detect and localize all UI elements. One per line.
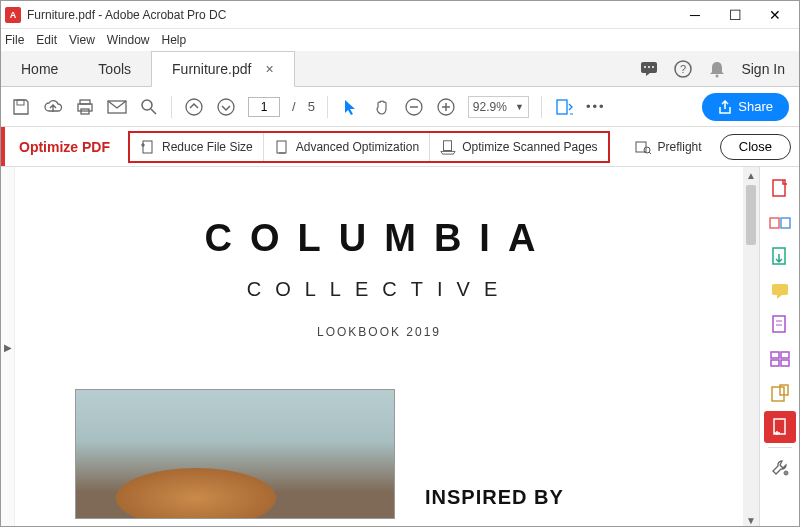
share-button[interactable]: Share (702, 93, 789, 121)
preflight-button[interactable]: Preflight (624, 139, 712, 155)
close-window-button[interactable]: ✕ (755, 1, 795, 29)
toolbar-separator (171, 96, 172, 118)
menu-file[interactable]: File (5, 33, 24, 47)
combine-icon[interactable] (764, 207, 796, 239)
menu-window[interactable]: Window (107, 33, 150, 47)
page-number-input[interactable] (248, 97, 280, 117)
svg-rect-33 (772, 284, 788, 295)
accent-stripe (1, 127, 5, 166)
preflight-label: Preflight (658, 140, 702, 154)
content-area: ▶ COLUMBIA COLLECTIVE LOOKBOOK 2019 INSP… (1, 167, 799, 527)
menu-bar: File Edit View Window Help (1, 29, 799, 51)
fit-width-icon[interactable] (554, 97, 574, 117)
help-icon[interactable]: ? (673, 59, 693, 79)
left-rail-expand[interactable]: ▶ (1, 167, 15, 527)
rail-separator (768, 447, 792, 448)
svg-point-15 (218, 99, 234, 115)
tab-home[interactable]: Home (1, 51, 78, 86)
svg-rect-22 (143, 141, 152, 153)
save-icon[interactable] (11, 97, 31, 117)
toolbar-separator (327, 96, 328, 118)
optimize-pdf-icon[interactable] (764, 411, 796, 443)
svg-rect-30 (770, 218, 779, 228)
preflight-icon (634, 139, 652, 155)
svg-rect-21 (557, 100, 567, 114)
chat-icon[interactable] (639, 59, 659, 79)
more-icon[interactable]: ••• (586, 97, 606, 117)
reduce-label: Reduce File Size (162, 140, 253, 154)
svg-rect-34 (773, 316, 785, 332)
zoom-out-icon[interactable] (404, 97, 424, 117)
share-icon (718, 100, 732, 114)
organize-icon[interactable] (764, 309, 796, 341)
svg-line-13 (151, 109, 156, 114)
main-toolbar: / 5 92.9%▼ ••• Share (1, 87, 799, 127)
hand-icon[interactable] (372, 97, 392, 117)
search-icon[interactable] (139, 97, 159, 117)
svg-text:?: ? (680, 63, 686, 75)
svg-point-3 (652, 66, 654, 68)
maximize-button[interactable]: ☐ (715, 1, 755, 29)
svg-line-28 (649, 152, 651, 154)
svg-rect-41 (772, 387, 784, 401)
zoom-value: 92.9% (473, 100, 507, 114)
svg-rect-31 (781, 218, 790, 228)
toolbar-separator (541, 96, 542, 118)
right-tool-rail (759, 167, 799, 527)
tab-document[interactable]: Furniture.pdf × (151, 51, 295, 87)
bell-icon[interactable] (707, 59, 727, 79)
document-view[interactable]: COLUMBIA COLLECTIVE LOOKBOOK 2019 INSPIR… (15, 167, 743, 527)
menu-view[interactable]: View (69, 33, 95, 47)
page-separator: / (292, 99, 296, 114)
menu-edit[interactable]: Edit (36, 33, 57, 47)
vertical-scrollbar[interactable]: ▲ ▼ (743, 167, 759, 527)
menu-help[interactable]: Help (162, 33, 187, 47)
svg-point-2 (648, 66, 650, 68)
svg-rect-37 (771, 352, 779, 358)
close-panel-button[interactable]: Close (720, 134, 791, 160)
page-total: 5 (308, 99, 315, 114)
redact-icon[interactable] (764, 343, 796, 375)
create-pdf-icon[interactable] (764, 173, 796, 205)
page-up-icon[interactable] (184, 97, 204, 117)
svg-point-6 (716, 74, 719, 77)
scanned-label: Optimize Scanned Pages (462, 140, 597, 154)
sign-in-button[interactable]: Sign In (741, 61, 785, 77)
svg-point-12 (142, 100, 152, 110)
zoom-in-icon[interactable] (436, 97, 456, 117)
svg-rect-9 (78, 104, 92, 111)
minimize-button[interactable]: ─ (675, 1, 715, 29)
doc-subtitle: LOOKBOOK 2019 (75, 325, 683, 339)
svg-rect-40 (781, 360, 789, 366)
optimize-button-group: Reduce File Size Advanced Optimization O… (128, 131, 610, 163)
tab-tools[interactable]: Tools (78, 51, 151, 86)
window-titlebar: A Furniture.pdf - Adobe Acrobat Pro DC ─… (1, 1, 799, 29)
more-tools-icon[interactable] (764, 452, 796, 484)
print-icon[interactable] (75, 97, 95, 117)
doc-image (75, 389, 395, 519)
optimize-title: Optimize PDF (9, 139, 124, 155)
optimize-scanned-button[interactable]: Optimize Scanned Pages (430, 133, 607, 161)
svg-point-1 (644, 66, 646, 68)
doc-inspired-text: INSPIRED BY (425, 486, 564, 509)
cloud-icon[interactable] (43, 97, 63, 117)
reduce-file-icon (140, 139, 156, 155)
scroll-down-icon[interactable]: ▼ (743, 512, 759, 527)
tab-close-icon[interactable]: × (265, 61, 273, 77)
zoom-select[interactable]: 92.9%▼ (468, 96, 529, 118)
advanced-optimization-button[interactable]: Advanced Optimization (264, 133, 430, 161)
share-label: Share (738, 99, 773, 114)
mail-icon[interactable] (107, 97, 127, 117)
scroll-thumb[interactable] (746, 185, 756, 245)
export-pdf-icon[interactable] (764, 241, 796, 273)
svg-rect-43 (774, 419, 785, 434)
comment-icon[interactable] (764, 275, 796, 307)
reduce-file-size-button[interactable]: Reduce File Size (130, 133, 264, 161)
pointer-icon[interactable] (340, 97, 360, 117)
scroll-up-icon[interactable]: ▲ (743, 167, 759, 183)
page-down-icon[interactable] (216, 97, 236, 117)
svg-rect-38 (781, 352, 789, 358)
svg-point-14 (186, 99, 202, 115)
advanced-label: Advanced Optimization (296, 140, 419, 154)
protect-icon[interactable] (764, 377, 796, 409)
